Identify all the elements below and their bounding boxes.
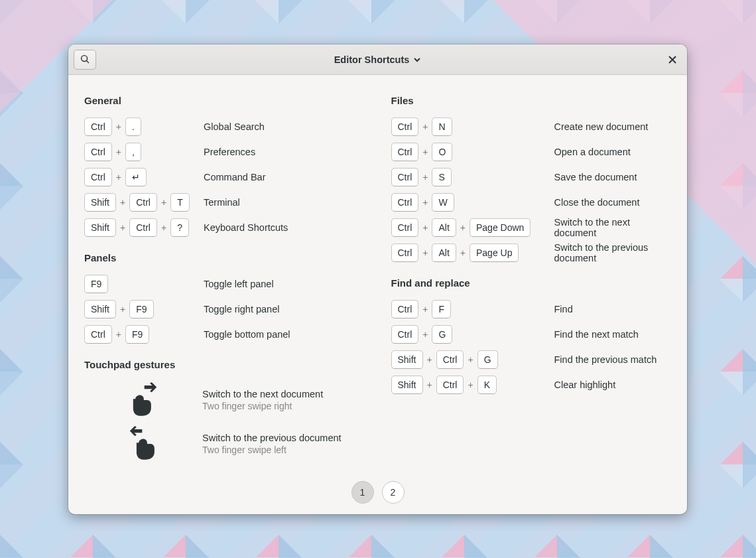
right-column: Files Ctrl+N Create new document Ctrl+O … <box>386 91 677 469</box>
content: General Ctrl + . Global Search Ctrl + , … <box>68 75 687 474</box>
pager: 1 2 <box>68 474 687 514</box>
key: Shift <box>84 300 116 318</box>
shortcut-desc: Open a document <box>554 147 631 157</box>
plus-icon: + <box>422 172 428 182</box>
shortcut-keys: Ctrl + ↵ <box>84 168 204 186</box>
shortcut-keys: Ctrl+F <box>391 300 554 318</box>
shortcut-keys: Ctrl + , <box>84 143 204 161</box>
key: F9 <box>84 275 108 293</box>
shortcut-row: Ctrl+G Find the next match <box>386 322 677 347</box>
shortcuts-dialog: Editor Shortcuts General Ctrl + . Global… <box>68 44 687 514</box>
key: Ctrl <box>391 325 419 344</box>
key: Ctrl <box>84 325 112 344</box>
shortcut-keys: Ctrl+O <box>391 143 554 161</box>
shortcut-row: Ctrl+Alt+Page Up Switch to the previous … <box>386 240 677 265</box>
key: Ctrl <box>84 143 112 161</box>
shortcut-keys: Ctrl+Alt+Page Down <box>391 218 554 237</box>
plus-icon: + <box>120 197 125 208</box>
shortcut-desc: Switch to the next document <box>554 217 672 238</box>
shortcut-row: Ctrl+W Close the document <box>386 190 677 215</box>
close-button[interactable] <box>663 50 682 69</box>
shortcut-row: Ctrl+F Find <box>386 297 677 322</box>
page-2-button[interactable]: 2 <box>382 481 405 504</box>
shortcut-row: Shift+Ctrl+K Clear highlight <box>386 372 677 397</box>
left-column: General Ctrl + . Global Search Ctrl + , … <box>79 91 370 469</box>
shortcut-keys: Ctrl+W <box>391 193 554 212</box>
gesture-desc: Switch to the next document <box>202 389 323 399</box>
shortcut-desc: Global Search <box>204 121 265 132</box>
swipe-right-icon <box>84 382 202 418</box>
plus-icon: + <box>422 121 428 132</box>
shortcut-row: Shift + Ctrl + ? Keyboard Shortcuts <box>79 215 370 240</box>
shortcut-row: Shift + F9 Toggle right panel <box>79 297 370 322</box>
plus-icon: + <box>422 304 428 314</box>
section-gestures-title: Touchpad gestures <box>84 359 365 370</box>
gesture-row: Switch to the previous document Two fing… <box>79 422 370 466</box>
plus-icon: + <box>427 380 432 390</box>
shortcut-row: Ctrl+S Save the document <box>386 165 677 190</box>
page-1-button[interactable]: 1 <box>351 481 374 504</box>
key: Ctrl <box>391 218 419 237</box>
key: N <box>432 117 452 136</box>
shortcut-keys: Ctrl+N <box>391 117 554 136</box>
key: W <box>432 193 454 212</box>
plus-icon: + <box>116 121 121 132</box>
key: Ctrl <box>391 193 419 212</box>
key: Shift <box>391 350 423 369</box>
key: Alt <box>432 218 456 237</box>
plus-icon: + <box>422 329 428 340</box>
shortcut-keys: Shift+Ctrl+G <box>391 350 554 369</box>
key: . <box>125 117 141 136</box>
shortcut-row: Ctrl + F9 Toggle bottom panel <box>79 322 370 347</box>
shortcut-keys: Ctrl + F9 <box>84 325 204 344</box>
key: G <box>477 350 498 369</box>
shortcut-row: Shift + Ctrl + T Terminal <box>79 190 370 215</box>
key: Alt <box>432 244 456 262</box>
shortcut-keys: Ctrl+G <box>391 325 554 344</box>
plus-icon: + <box>161 222 166 233</box>
shortcut-row: Ctrl+O Open a document <box>386 139 677 165</box>
plus-icon: + <box>116 329 121 340</box>
shortcut-desc: Command Bar <box>204 172 265 182</box>
plus-icon: + <box>422 147 428 157</box>
gesture-desc: Switch to the previous document <box>202 433 342 443</box>
plus-icon: + <box>116 147 121 157</box>
plus-icon: + <box>120 304 125 314</box>
plus-icon: + <box>120 222 125 233</box>
key: Ctrl <box>436 350 464 369</box>
shortcut-keys: Shift + F9 <box>84 300 204 318</box>
search-button[interactable] <box>74 50 96 70</box>
dialog-title-dropdown[interactable]: Editor Shortcuts <box>68 54 687 65</box>
gesture-row: Switch to the next document Two finger s… <box>79 378 370 422</box>
shortcut-desc: Terminal <box>204 197 240 208</box>
shortcut-keys: Shift+Ctrl+K <box>391 376 554 394</box>
shortcut-keys: Ctrl+Alt+Page Up <box>391 244 554 262</box>
key: F9 <box>129 300 153 318</box>
key: Page Up <box>470 244 519 262</box>
plus-icon: + <box>468 380 473 390</box>
key: K <box>477 376 497 394</box>
key: G <box>432 325 452 344</box>
section-panels-title: Panels <box>84 252 365 263</box>
section-files-title: Files <box>391 95 672 106</box>
shortcut-desc: Create new document <box>554 121 649 132</box>
plus-icon: + <box>460 247 466 258</box>
key: Ctrl <box>84 117 112 136</box>
shortcut-row: Shift+Ctrl+G Find the previous match <box>386 347 677 372</box>
shortcut-desc: Find the next match <box>554 329 639 340</box>
plus-icon: + <box>422 247 428 258</box>
shortcut-row: Ctrl + ↵ Command Bar <box>79 165 370 190</box>
key: Ctrl <box>391 117 419 136</box>
shortcut-keys: Shift + Ctrl + ? <box>84 218 204 237</box>
key: Ctrl <box>391 244 419 262</box>
shortcut-desc: Preferences <box>204 147 255 157</box>
key: F9 <box>125 325 149 344</box>
shortcut-desc: Find <box>554 304 573 314</box>
gesture-sublabel: Two finger swipe left <box>202 445 342 455</box>
chevron-down-icon[interactable] <box>413 56 421 64</box>
shortcut-desc: Find the previous match <box>554 354 657 365</box>
key: F <box>432 300 451 318</box>
plus-icon: + <box>468 354 473 365</box>
shortcut-desc: Switch to the previous document <box>554 242 672 263</box>
key: Page Down <box>470 218 531 237</box>
